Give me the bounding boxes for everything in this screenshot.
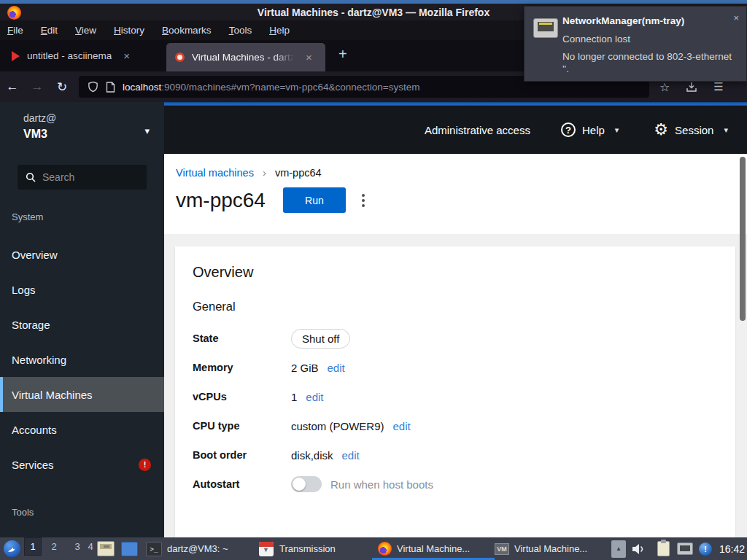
section-label-system: System	[12, 211, 43, 222]
library-icon[interactable]	[686, 81, 697, 93]
sidebar-item-label: Logs	[12, 284, 36, 296]
sidebar-search[interactable]	[18, 165, 147, 190]
row-label: Memory	[193, 362, 291, 373]
shield-icon[interactable]	[88, 81, 98, 93]
tab-close-icon[interactable]: ×	[306, 51, 312, 63]
sidebar-item-logs[interactable]: Logs	[0, 272, 164, 307]
task-label: dartz@VM3: ~	[167, 543, 228, 554]
sidebar-item-storage[interactable]: Storage	[0, 307, 164, 342]
help-icon: ?	[561, 122, 576, 137]
network-card-icon	[533, 18, 558, 38]
breadcrumb: Virtual machines › vm-ppc64	[176, 166, 322, 179]
task-firefox-active[interactable]: Virtual Machine...	[378, 537, 470, 560]
page-body: Overview General State Shut off Memory 2…	[164, 234, 747, 537]
tab-close-icon[interactable]: ×	[123, 50, 130, 62]
menu-history[interactable]: History	[114, 25, 144, 36]
gear-icon: ⚙	[654, 122, 668, 137]
notification-popup: NetworkManager(nm-tray) × Connection los…	[524, 6, 747, 82]
sidebar-item-accounts[interactable]: Accounts	[0, 412, 164, 447]
menu-help[interactable]: Help	[269, 25, 290, 36]
session-menu[interactable]: ⚙ Session ▾	[654, 122, 728, 137]
boot-order-edit-link[interactable]: edit	[342, 449, 360, 462]
sidebar-username: dartz@	[23, 112, 56, 124]
start-menu-button[interactable]	[4, 537, 20, 560]
workspace-2[interactable]: 2	[45, 537, 63, 556]
autostart-description: Run when host boots	[330, 478, 433, 491]
window-launcher[interactable]	[121, 537, 138, 560]
kebab-menu-icon[interactable]	[362, 194, 365, 207]
sidebar-item-services[interactable]: Services !	[0, 447, 164, 482]
help-label: Help	[582, 124, 605, 136]
cockpit-sidebar: dartz@ VM3 ▾ System Overview Logs Storag…	[0, 102, 164, 537]
menu-tools[interactable]: Tools	[229, 25, 252, 36]
sidebar-item-label: Networking	[12, 354, 66, 366]
url-path: :9090/machines#vm?name=vm-ppc64&connecti…	[161, 82, 419, 93]
tab-label: Virtual Machines - dartz@	[192, 52, 294, 63]
sidebar-item-label: Services	[12, 459, 54, 471]
task-label: Transmission	[279, 543, 336, 554]
row-label: vCPUs	[193, 391, 291, 402]
help-menu[interactable]: ? Help ▾	[561, 122, 619, 137]
cpu-type-edit-link[interactable]: edit	[393, 420, 411, 432]
task-terminal[interactable]: >_ dartz@VM3: ~	[146, 537, 228, 560]
row-memory: Memory 2 GiB edit	[193, 353, 718, 382]
task-transmission[interactable]: Transmission	[259, 537, 336, 560]
breadcrumb-current: vm-ppc64	[275, 167, 322, 179]
speaker-icon	[632, 543, 646, 555]
admin-access-button[interactable]: Administrative access	[425, 124, 530, 136]
taskbar: 1 2 3 4 >_ dartz@VM3: ~ Transmission Vir…	[0, 537, 747, 560]
url-text[interactable]: localhost:9090/machines#vm?name=vm-ppc64…	[123, 82, 420, 93]
hamburger-menu-icon[interactable]: ☰	[713, 80, 723, 93]
sidebar-item-label: Overview	[12, 249, 58, 261]
bookmark-star-icon[interactable]: ☆	[659, 80, 670, 94]
overview-rows: State Shut off Memory 2 GiB edit vCPUs 1…	[193, 324, 718, 499]
vcpus-edit-link[interactable]: edit	[306, 391, 323, 403]
tray-expand-button[interactable]: ▲	[611, 537, 626, 560]
row-label: CPU type	[193, 420, 291, 432]
file-cabinet-icon	[97, 541, 115, 556]
row-vcpus: vCPUs 1 edit	[193, 382, 718, 411]
menu-file[interactable]: File	[7, 25, 23, 36]
workspace-1[interactable]: 1	[24, 537, 42, 556]
cockpit-main: Administrative access ? Help ▾ ⚙ Session…	[164, 102, 747, 537]
notification-close-icon[interactable]: ×	[733, 12, 739, 23]
autostart-toggle[interactable]	[291, 476, 322, 492]
notifier-tray-button[interactable]: !	[699, 537, 712, 560]
search-input[interactable]	[42, 171, 130, 183]
page-info-icon[interactable]	[106, 82, 115, 93]
task-label: Virtual Machine...	[514, 543, 587, 554]
menu-edit[interactable]: Edit	[41, 25, 58, 36]
cockpit-masthead: Administrative access ? Help ▾ ⚙ Session…	[164, 106, 747, 154]
file-manager-launcher[interactable]	[97, 537, 115, 560]
page-scrollbar[interactable]	[740, 157, 746, 321]
tab-asciinema[interactable]: untitled - asciinema ×	[3, 40, 139, 71]
memory-edit-link[interactable]: edit	[328, 362, 345, 374]
reload-button[interactable]: ↻	[50, 79, 74, 95]
back-button[interactable]: ←	[0, 79, 25, 94]
row-label: Autostart	[193, 478, 291, 490]
menu-bookmarks[interactable]: Bookmarks	[162, 25, 212, 36]
transmission-icon	[259, 542, 274, 556]
menu-view[interactable]: View	[75, 25, 96, 36]
row-value: 1	[291, 391, 297, 403]
run-button[interactable]: Run	[283, 187, 346, 213]
url-host: localhost	[123, 82, 161, 93]
tab-virtual-machines[interactable]: Virtual Machines - dartz@ ×	[166, 43, 325, 71]
row-state: State Shut off	[193, 324, 718, 353]
volume-tray-button[interactable]	[632, 537, 646, 560]
page-title: vm-ppc64	[176, 189, 266, 212]
sidebar-item-virtual-machines[interactable]: Virtual Machines	[0, 377, 164, 412]
sidebar-item-networking[interactable]: Networking	[0, 342, 164, 377]
row-value: disk,disk	[291, 449, 333, 462]
forward-button[interactable]: →	[25, 79, 50, 94]
host-switcher-caret-icon[interactable]: ▾	[144, 125, 150, 136]
row-value: 2 GiB	[291, 362, 319, 374]
chevron-down-icon: ▾	[724, 125, 728, 135]
sidebar-item-overview[interactable]: Overview	[0, 237, 164, 272]
sidebar-item-label: Virtual Machines	[12, 389, 93, 401]
clipboard-tray-button[interactable]	[657, 537, 670, 560]
network-tray-button[interactable]	[677, 537, 693, 560]
breadcrumb-virtual-machines-link[interactable]: Virtual machines	[176, 167, 254, 179]
task-vmware[interactable]: VM Virtual Machine...	[495, 537, 587, 560]
new-tab-button[interactable]: +	[333, 46, 353, 63]
